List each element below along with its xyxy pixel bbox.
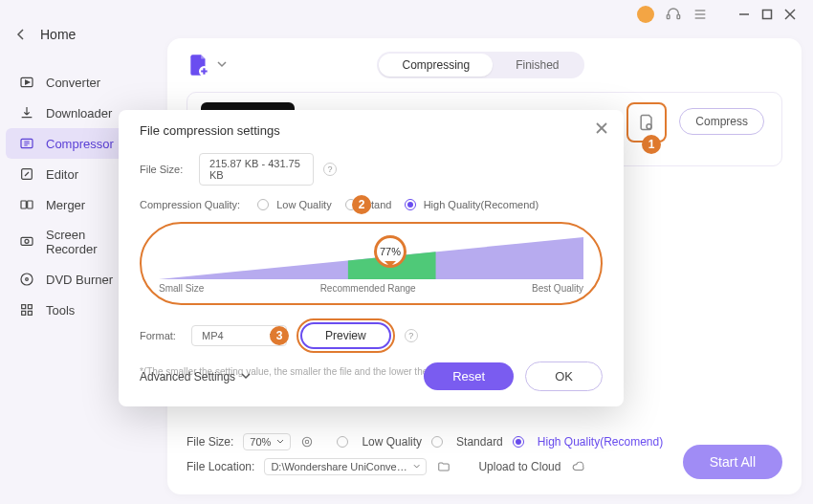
sidebar-item-label: Editor xyxy=(46,167,78,182)
compressor-icon xyxy=(19,136,34,151)
ok-button[interactable]: OK xyxy=(525,362,603,391)
toolbar: Compressing Finished xyxy=(187,52,782,78)
minimize-icon[interactable] xyxy=(738,9,750,20)
maximize-icon[interactable] xyxy=(761,9,773,20)
tools-icon xyxy=(19,302,34,318)
svg-rect-21 xyxy=(22,311,26,315)
upload-cloud-label: Upload to Cloud xyxy=(478,460,560,473)
footer-file-size-label: File Size: xyxy=(187,435,233,449)
quality-row: Compression Quality: Low Quality Standar… xyxy=(140,199,603,210)
sidebar-item-label: Compressor xyxy=(46,137,114,151)
quality-slider[interactable]: 77% Small Size Recommended Range Best Qu… xyxy=(140,222,603,305)
slider-knob[interactable]: 77% xyxy=(374,235,406,268)
svg-point-18 xyxy=(26,278,29,281)
footer-location-select[interactable]: D:\Wondershare UniConverter 1 xyxy=(264,458,427,475)
merger-icon xyxy=(19,197,34,212)
tab-finished[interactable]: Finished xyxy=(493,54,582,77)
radio-high-quality[interactable] xyxy=(405,199,416,210)
footer: File Size: 70% Low Quality Standard High… xyxy=(187,433,782,483)
svg-rect-20 xyxy=(28,305,32,309)
callout-badge-2: 2 xyxy=(352,195,371,214)
radio-low-quality[interactable] xyxy=(257,199,269,210)
svg-rect-15 xyxy=(21,237,33,245)
cloud-icon[interactable] xyxy=(570,460,587,473)
reset-button[interactable]: Reset xyxy=(424,362,514,390)
download-icon xyxy=(19,105,34,121)
caret-down-icon xyxy=(276,439,284,445)
slider-label-best: Best Quality xyxy=(532,283,583,294)
close-icon[interactable] xyxy=(595,121,608,135)
footer-location-label: File Location: xyxy=(187,460,254,473)
svg-point-24 xyxy=(647,124,651,129)
screen-recorder-icon xyxy=(19,234,34,250)
radio-standard[interactable] xyxy=(431,436,443,448)
converter-icon xyxy=(19,75,34,90)
home-label: Home xyxy=(40,27,76,42)
svg-rect-6 xyxy=(763,11,772,19)
sidebar-item-label: Tools xyxy=(46,303,75,318)
file-size-label: File Size: xyxy=(140,164,189,175)
user-avatar[interactable] xyxy=(637,6,654,23)
close-icon[interactable] xyxy=(784,9,796,20)
format-label: Format: xyxy=(140,330,182,341)
sidebar-item-label: Merger xyxy=(46,198,85,212)
sidebar-item-label: DVD Burner xyxy=(46,273,113,287)
callout-badge-1: 1 xyxy=(642,135,661,154)
chevron-left-icon xyxy=(15,29,27,40)
file-size-value[interactable]: 215.87 KB - 431.75 KB xyxy=(199,153,314,186)
footer-file-size-select[interactable]: 70% xyxy=(243,433,291,450)
tab-compressing[interactable]: Compressing xyxy=(379,54,493,77)
advanced-settings-toggle[interactable]: Advanced Settings xyxy=(140,370,251,383)
callout-badge-3: 3 xyxy=(270,326,289,345)
sidebar-item-converter[interactable]: Converter xyxy=(0,67,139,98)
svg-rect-0 xyxy=(667,15,670,19)
window-controls xyxy=(637,0,813,29)
svg-point-17 xyxy=(21,274,33,285)
sidebar-item-compressor[interactable]: Compressor xyxy=(6,128,133,159)
svg-marker-10 xyxy=(26,80,30,84)
dvd-icon xyxy=(19,272,34,287)
svg-point-16 xyxy=(25,239,29,243)
folder-icon[interactable] xyxy=(436,460,451,473)
help-icon[interactable]: ? xyxy=(323,163,337,176)
help-icon[interactable]: ? xyxy=(405,329,418,342)
caret-down-icon xyxy=(413,464,420,470)
svg-rect-19 xyxy=(22,305,26,309)
compress-button[interactable]: Compress xyxy=(679,108,764,135)
document-gear-icon xyxy=(637,112,656,133)
editor-icon xyxy=(19,166,34,182)
breadcrumb[interactable]: Home xyxy=(15,27,76,42)
add-file-icon[interactable] xyxy=(187,53,211,77)
radio-low[interactable] xyxy=(337,436,348,448)
svg-rect-1 xyxy=(677,15,680,19)
svg-point-26 xyxy=(306,440,310,444)
menu-icon[interactable] xyxy=(692,7,708,22)
compression-settings-modal: File compression settings File Size: 215… xyxy=(119,110,624,406)
quality-label: Compression Quality: xyxy=(140,199,240,210)
target-icon[interactable] xyxy=(300,435,314,449)
start-all-button[interactable]: Start All xyxy=(683,445,782,479)
svg-point-25 xyxy=(303,437,312,446)
modal-title: File compression settings xyxy=(140,123,603,138)
sidebar-item-label: Downloader xyxy=(46,106,112,121)
sidebar-item-label: Converter xyxy=(46,76,100,90)
svg-rect-22 xyxy=(28,311,32,315)
slider-label-small: Small Size xyxy=(159,283,204,294)
headset-icon[interactable] xyxy=(666,7,681,22)
slider-label-rec: Recommended Range xyxy=(320,283,416,294)
preview-button[interactable]: Preview xyxy=(300,322,391,349)
svg-rect-13 xyxy=(21,201,26,208)
tab-segment: Compressing Finished xyxy=(377,52,583,78)
radio-high[interactable] xyxy=(513,436,524,448)
chevron-down-icon xyxy=(241,373,251,381)
caret-down-icon[interactable] xyxy=(217,61,227,69)
svg-rect-14 xyxy=(28,201,33,208)
